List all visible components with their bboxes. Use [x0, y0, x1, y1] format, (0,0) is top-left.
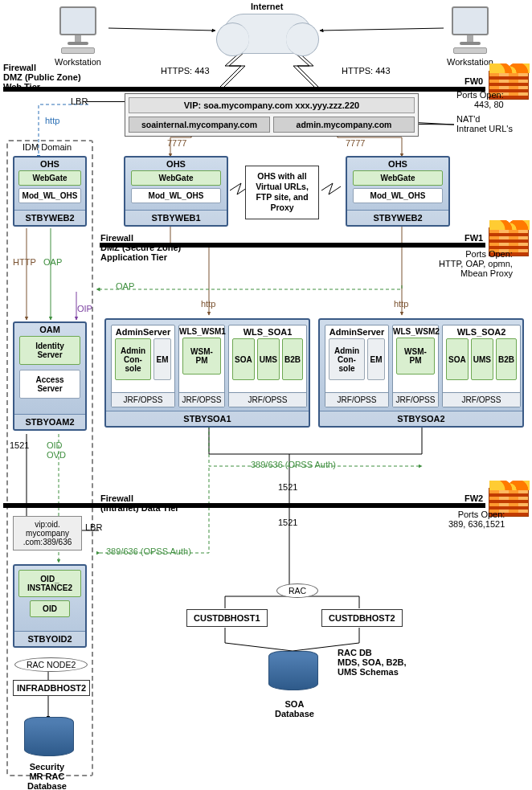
url-admin: admin.mycompany.com [273, 117, 415, 133]
idm-domain-label: IDM Domain [23, 142, 72, 152]
host-stbyweb1: OHS WebGate Mod_WL_OHS STBYWEB1 [124, 156, 228, 227]
https-right: HTTPS: 443 [342, 66, 391, 76]
oid-ovd-label: OID OVD [47, 440, 66, 460]
custdbhost1-box: CUSTDBHOST1 [186, 609, 268, 627]
ohs-callout: OHS with all Virtual URLs, FTP site, and… [245, 166, 319, 219]
fw1-ports: Ports Open: HTTP, OAP, opmn, Mbean Proxy [439, 249, 513, 278]
webgate-box: WebGate [353, 170, 443, 186]
wls-wsm2-title: WLS_WSM2 [393, 325, 438, 338]
firewall-bar-fw2 [3, 503, 485, 508]
internet-cloud [223, 14, 312, 54]
opss-auth-top: 389/636 (OPSS Auth) [251, 460, 336, 469]
host-label: STBYWEB2 [347, 210, 448, 225]
ums-box: UMS [257, 338, 280, 380]
access-server-box: Access Server [19, 370, 80, 399]
rac-label: RAC [276, 583, 318, 598]
admin-console-box: Admin Con- sole [329, 338, 365, 380]
firewall-bar-fw1 [100, 243, 485, 248]
admin-console-box: Admin Con- sole [115, 338, 151, 380]
rac-node-label: RAC NODE2 [14, 657, 88, 672]
vip-address: VIP: soa.mycompany.com xxx.yyy.zzz.220 [129, 97, 415, 113]
http-lane: HTTP [13, 257, 36, 267]
https-left: HTTPS: 443 [161, 66, 210, 76]
wls-soa1-title: WLS_SOA1 [229, 325, 306, 338]
host-oam: OAM Identity Server Access Server STBYOA… [13, 321, 87, 431]
fw2-label: FW2 [464, 493, 483, 503]
host-label: STBYOID2 [14, 631, 85, 646]
host-idm-ohs: OHS WebGate Mod_WL_OHS STBYWEB2 [13, 156, 87, 227]
wsm-pm-box: WSM- PM [182, 338, 221, 375]
fw0-ports: Ports Open: 443, 80 [456, 90, 504, 109]
oip-lane: OIP [77, 304, 92, 313]
firewall-bar-fw0 [3, 87, 485, 92]
ohs-title: OHS [347, 158, 448, 170]
nat-label: NAT'd Intranet URL's [456, 114, 513, 133]
jrf-label: JRF/OPSS [443, 392, 520, 407]
jrf-label: JRF/OPSS [393, 392, 438, 407]
fw0-label: FW0 [464, 76, 483, 86]
jrf-label: JRF/OPSS [179, 392, 224, 407]
custdbhost2-box: CUSTDBHOST2 [321, 609, 403, 627]
wls-wsm1-title: WLS_WSM1 [179, 325, 224, 338]
lbr-bottom-label: LBR [85, 522, 102, 532]
lbr-label: LBR [71, 96, 88, 106]
b2b-box: B2B [282, 338, 303, 380]
modwl-box: Mod_WL_OHS [131, 188, 221, 203]
modwl-box: Mod_WL_OHS [353, 188, 443, 203]
wsm-pm-box: WSM- PM [396, 338, 435, 375]
port-1521-mid: 1521 [278, 482, 297, 492]
modwl-box: Mod_WL_OHS [18, 188, 81, 203]
soa-db-label: SOA Database [275, 699, 314, 718]
soa-box: SOA [446, 338, 469, 380]
ums-box: UMS [471, 338, 493, 380]
host-label: STBYSOA2 [320, 411, 522, 426]
infradbhost2-label: INFRADBHOST2 [13, 680, 90, 696]
host-stbyweb2: OHS WebGate Mod_WL_OHS STBYWEB2 [346, 156, 450, 227]
em-box: EM [153, 338, 171, 380]
host-label: STBYWEB2 [14, 210, 85, 225]
workstation-left: Workstation [55, 6, 101, 67]
host-label: STBYOAM2 [14, 414, 85, 429]
oam-title: OAM [14, 323, 85, 336]
soa-db-icon [268, 651, 318, 690]
port-1521-idm: 1521 [10, 440, 29, 450]
oap-return: OAP [116, 281, 134, 291]
vip-oid-box: vip:oid. mycompany .com:389/636 [13, 516, 82, 551]
workstation-label: Workstation [447, 57, 493, 67]
security-db-icon [24, 717, 74, 756]
load-balancer: VIP: soa.mycompany.com xxx.yyy.zzz.220 s… [125, 93, 419, 137]
host-label: STBYSOA1 [106, 411, 309, 426]
jrf-label: JRF/OPSS [112, 392, 174, 407]
port-7777-left: 7777 [167, 138, 186, 148]
fw2-ports: Ports Open: 389, 636,1521 [448, 510, 505, 529]
host-stbysoa2: AdminServer Admin Con- sole EM JRF/OPSS … [318, 318, 524, 428]
b2b-box: B2B [496, 338, 517, 380]
oid-box: OID [30, 600, 70, 617]
adminserver-title: AdminServer [112, 325, 174, 338]
http-right: http [394, 299, 408, 309]
webgate-box: WebGate [131, 170, 221, 186]
internet-label: Internet [251, 2, 283, 11]
jrf-label: JRF/OPSS [325, 392, 388, 407]
security-db-label: Security MR RAC Database [27, 762, 67, 790]
port-7777-right: 7777 [346, 138, 365, 148]
soa-box: SOA [232, 338, 255, 380]
host-stbysoa1: AdminServer Admin Con- sole EM JRF/OPSS … [104, 318, 310, 428]
workstation-right: Workstation [447, 6, 493, 67]
url-soainternal: soainternal.mycompany.com [129, 117, 270, 133]
jrf-label: JRF/OPSS [229, 392, 306, 407]
rac-db-label: RAC DB MDS, SOA, B2B, UMS Schemas [338, 648, 407, 677]
oid-instance-box: OID_ INSTANCE2 [18, 570, 81, 597]
identity-server-box: Identity Server [19, 336, 80, 365]
wls-soa2-title: WLS_SOA2 [443, 325, 520, 338]
ohs-title: OHS [14, 158, 85, 170]
firewall-app-tier-label: Firewall DMZ (Secure Zone) Application T… [100, 233, 181, 262]
host-oid: OID_ INSTANCE2 OID STBYOID2 [13, 564, 87, 648]
oap-lane: OAP [43, 257, 62, 267]
http-left: http [201, 299, 215, 309]
ohs-title: OHS [125, 158, 227, 170]
em-box: EM [367, 338, 385, 380]
host-label: STBYWEB1 [125, 210, 227, 225]
adminserver-title: AdminServer [325, 325, 388, 338]
http-idm-label: http [45, 116, 59, 125]
